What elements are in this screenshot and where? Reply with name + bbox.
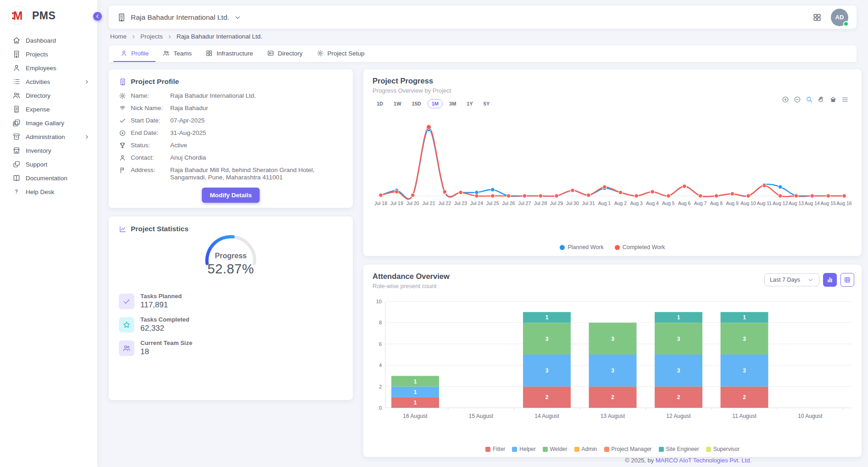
sidebar-collapse-button[interactable] [93, 12, 102, 21]
app-name: PMS [32, 10, 56, 22]
stat-value: 62,332 [140, 324, 189, 333]
app-logo[interactable]: M PMS [0, 0, 97, 31]
company-name: Raja Bahadur International Ltd. [131, 13, 229, 22]
legend-welder[interactable]: Welder [543, 446, 568, 452]
check-icon [122, 297, 131, 306]
bar-view-toggle-button[interactable] [823, 273, 837, 287]
legend-dot [560, 245, 565, 250]
toolbar-house-button[interactable] [829, 96, 837, 103]
apps-grid-button[interactable] [812, 13, 822, 22]
toolbar-zoom-in-button[interactable] [782, 96, 789, 103]
legend-helper[interactable]: Helper [512, 446, 535, 452]
svg-text:Jul 26: Jul 26 [502, 200, 515, 206]
list-icon [12, 78, 21, 86]
sidebar-item-administration[interactable]: Administration [0, 130, 97, 144]
logo-mark: M [8, 6, 28, 25]
svg-text:1: 1 [414, 378, 417, 385]
table-view-toggle-button[interactable] [840, 273, 854, 287]
legend-swatch [574, 447, 579, 452]
user-icon [120, 50, 128, 57]
svg-text:Aug 12: Aug 12 [773, 200, 788, 206]
tab-profile[interactable]: Profile [113, 45, 156, 62]
svg-text:Jul 20: Jul 20 [406, 200, 419, 206]
stat-icon-box [119, 317, 134, 333]
range-1d[interactable]: 1D [373, 99, 387, 108]
legend-completed-work[interactable]: Completed Work [615, 244, 665, 250]
last-7-days-dropdown[interactable]: Last 7 Days [764, 273, 819, 286]
profile-field-end-date: End Date:31-Aug-2025 [119, 129, 343, 137]
footer-company-link[interactable]: MARCO AIoT Technologies Pvt. Ltd. [656, 457, 751, 464]
legend-planned-work[interactable]: Planned Work [560, 244, 603, 250]
svg-text:2: 2 [545, 394, 549, 400]
breadcrumb-item-projects[interactable]: Projects [140, 33, 163, 40]
tab-label: Directory [278, 50, 303, 57]
profile-field-contact: Contact:Anuj Chordia [119, 154, 343, 161]
tab-bar: ProfileTeamsInfrastructureDirectoryProje… [109, 45, 857, 62]
tab-project-setup[interactable]: Project Setup [310, 45, 372, 62]
tab-teams[interactable]: Teams [156, 45, 199, 62]
svg-text:3: 3 [743, 367, 746, 374]
chevron-left-icon [95, 14, 100, 19]
sidebar-item-support[interactable]: Support [0, 157, 97, 171]
project-progress-chart[interactable]: Jul 18Jul 19Jul 20Jul 21Jul 22Jul 23Jul … [373, 117, 852, 226]
user-avatar[interactable]: AD [831, 9, 848, 26]
toolbar-zoom-out-button[interactable] [794, 96, 801, 103]
sidebar-item-image-gallary[interactable]: Image Gallary [0, 116, 97, 130]
range-1w[interactable]: 1W [389, 99, 406, 108]
range-3m[interactable]: 3M [445, 99, 460, 108]
toolbar-hand-button[interactable] [818, 96, 825, 103]
sidebar-item-inventory[interactable]: Inventory [0, 144, 97, 157]
sidebar-item-expense[interactable]: Expense [0, 102, 97, 116]
legend-label: Site Engineer [666, 446, 699, 452]
legend-fitter[interactable]: Fitter [485, 446, 505, 452]
legend-supervisor[interactable]: Supervisor [706, 446, 740, 452]
toolbar-magnifier-button[interactable] [806, 96, 813, 103]
trophy-icon [119, 142, 126, 149]
sidebar-item-employees[interactable]: Employees [0, 61, 97, 75]
footer: © 2025, by MARCO AIoT Technologies Pvt. … [625, 457, 751, 464]
range-1y[interactable]: 1Y [462, 99, 477, 108]
sidebar-item-directory[interactable]: Directory [0, 89, 97, 102]
legend-site-engineer[interactable]: Site Engineer [659, 446, 699, 452]
field-value: Raja Bahadur Mill Rd, behind Sheraton Gr… [170, 167, 343, 181]
field-value: Active [170, 142, 343, 149]
sidebar-item-label: Expense [26, 106, 90, 113]
tab-directory[interactable]: Directory [260, 45, 310, 62]
sidebar-item-help-desk[interactable]: Help Desk [0, 185, 97, 199]
field-label: Contact: [131, 154, 166, 161]
gallery-icon [12, 119, 21, 127]
breadcrumb-item-home[interactable]: Home [110, 33, 127, 40]
field-label: Address: [131, 167, 166, 174]
field-label: Status: [131, 142, 166, 149]
company-selector[interactable]: Raja Bahadur International Ltd. [117, 13, 241, 22]
sidebar-item-dashboard[interactable]: Dashboard [0, 33, 97, 47]
field-label: Start Date: [131, 117, 166, 124]
attendance-bar-chart[interactable]: 024681011116 August15 August233114 Augus… [370, 292, 855, 432]
profile-field-address: Address:Raja Bahadur Mill Rd, behind She… [119, 167, 343, 181]
range-15d[interactable]: 15D [408, 99, 425, 108]
toolbar-menu-button[interactable] [841, 96, 849, 103]
stat-tasks-completed: Tasks Completed62,332 [119, 316, 192, 333]
svg-text:Aug 8: Aug 8 [710, 200, 723, 206]
breadcrumb: HomeProjectsRaja Bahadur International L… [110, 33, 262, 40]
svg-text:12 August: 12 August [666, 413, 691, 419]
sidebar-item-label: Activities [26, 78, 79, 85]
range-1m[interactable]: 1M [428, 99, 443, 108]
top-header: Raja Bahadur International Ltd. AD [109, 6, 857, 29]
copy-icon [12, 160, 21, 168]
sidebar-item-projects[interactable]: Projects [0, 47, 97, 61]
range-selector: 1D1W15D1M3M1Y5Y [373, 99, 852, 108]
logo-dot [12, 17, 14, 19]
logo-letter: M [13, 10, 23, 22]
field-label: Nick Name: [131, 105, 166, 112]
range-5y[interactable]: 5Y [479, 99, 494, 108]
gear-icon [119, 92, 126, 100]
legend-admin[interactable]: Admin [574, 446, 597, 452]
svg-text:Jul 22: Jul 22 [438, 200, 451, 206]
sidebar-item-documentation[interactable]: Documentation [0, 171, 97, 185]
legend-project-manager[interactable]: Project Manager [604, 446, 652, 452]
legend-label: Helper [519, 446, 535, 452]
sidebar-item-activities[interactable]: Activities [0, 75, 97, 89]
tab-infrastructure[interactable]: Infrastructure [199, 45, 260, 62]
modify-details-button[interactable]: Modify Details [202, 188, 260, 203]
